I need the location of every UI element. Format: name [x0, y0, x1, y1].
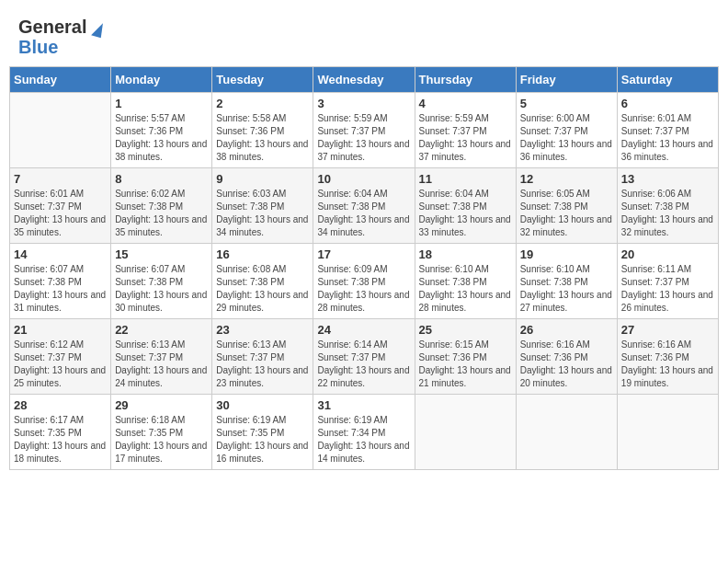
calendar-cell: 20Sunrise: 6:11 AMSunset: 7:37 PMDayligh…: [617, 244, 718, 319]
cell-info: Sunrise: 5:57 AMSunset: 7:36 PMDaylight:…: [115, 112, 208, 164]
weekday-header-thursday: Thursday: [415, 67, 516, 93]
logo-triangle-icon: [91, 21, 105, 38]
calendar-cell: 1Sunrise: 5:57 AMSunset: 7:36 PMDaylight…: [111, 93, 212, 168]
day-number: 12: [520, 172, 613, 186]
cell-info: Sunrise: 6:00 AMSunset: 7:37 PMDaylight:…: [520, 112, 613, 164]
cell-info: Sunrise: 6:13 AMSunset: 7:37 PMDaylight:…: [115, 339, 208, 390]
day-number: 30: [216, 398, 309, 412]
day-number: 31: [317, 398, 410, 412]
calendar-cell: 15Sunrise: 6:07 AMSunset: 7:38 PMDayligh…: [111, 244, 212, 319]
calendar-cell: 2Sunrise: 5:58 AMSunset: 7:36 PMDaylight…: [212, 93, 313, 168]
calendar-cell: 3Sunrise: 5:59 AMSunset: 7:37 PMDaylight…: [313, 93, 415, 168]
calendar-cell: 19Sunrise: 6:10 AMSunset: 7:38 PMDayligh…: [516, 244, 617, 319]
calendar-cell: 12Sunrise: 6:05 AMSunset: 7:38 PMDayligh…: [516, 168, 617, 244]
day-number: 13: [621, 172, 714, 186]
calendar-cell: 26Sunrise: 6:16 AMSunset: 7:36 PMDayligh…: [516, 319, 617, 395]
calendar-cell: 6Sunrise: 6:01 AMSunset: 7:37 PMDaylight…: [617, 93, 718, 168]
day-number: 14: [14, 247, 107, 261]
day-number: 11: [419, 172, 512, 186]
calendar-cell: [516, 395, 617, 470]
cell-info: Sunrise: 6:04 AMSunset: 7:38 PMDaylight:…: [317, 188, 410, 239]
calendar-cell: 31Sunrise: 6:19 AMSunset: 7:34 PMDayligh…: [313, 395, 415, 470]
calendar-cell: 29Sunrise: 6:18 AMSunset: 7:35 PMDayligh…: [111, 395, 212, 470]
weekday-header-tuesday: Tuesday: [212, 67, 313, 93]
day-number: 25: [419, 323, 512, 337]
day-number: 8: [115, 172, 208, 186]
day-number: 9: [216, 172, 309, 186]
cell-info: Sunrise: 6:01 AMSunset: 7:37 PMDaylight:…: [621, 112, 714, 164]
cell-info: Sunrise: 6:10 AMSunset: 7:38 PMDaylight:…: [419, 263, 512, 315]
cell-info: Sunrise: 6:16 AMSunset: 7:36 PMDaylight:…: [621, 339, 714, 390]
day-number: 18: [419, 247, 512, 261]
cell-info: Sunrise: 6:13 AMSunset: 7:37 PMDaylight:…: [216, 339, 309, 390]
calendar-cell: 24Sunrise: 6:14 AMSunset: 7:37 PMDayligh…: [313, 319, 415, 395]
calendar-cell: 22Sunrise: 6:13 AMSunset: 7:37 PMDayligh…: [111, 319, 212, 395]
calendar-cell: 10Sunrise: 6:04 AMSunset: 7:38 PMDayligh…: [313, 168, 415, 244]
day-number: 1: [115, 97, 208, 110]
day-number: 7: [14, 172, 107, 186]
cell-info: Sunrise: 6:08 AMSunset: 7:38 PMDaylight:…: [216, 263, 309, 315]
logo-blue: Blue: [18, 37, 58, 57]
day-number: 20: [621, 247, 714, 261]
weekday-header-friday: Friday: [516, 67, 617, 93]
calendar-cell: 21Sunrise: 6:12 AMSunset: 7:37 PMDayligh…: [10, 319, 111, 395]
calendar-cell: [617, 395, 718, 470]
day-number: 6: [621, 97, 714, 110]
day-number: 4: [419, 97, 512, 110]
day-number: 26: [520, 323, 613, 337]
calendar-cell: 7Sunrise: 6:01 AMSunset: 7:37 PMDaylight…: [10, 168, 111, 244]
weekday-header-monday: Monday: [111, 67, 212, 93]
cell-info: Sunrise: 6:10 AMSunset: 7:38 PMDaylight:…: [520, 263, 613, 315]
calendar-cell: [10, 93, 111, 168]
day-number: 21: [14, 323, 107, 337]
day-number: 15: [115, 247, 208, 261]
cell-info: Sunrise: 6:19 AMSunset: 7:35 PMDaylight:…: [216, 414, 309, 465]
cell-info: Sunrise: 6:04 AMSunset: 7:38 PMDaylight:…: [419, 188, 512, 239]
cell-info: Sunrise: 5:59 AMSunset: 7:37 PMDaylight:…: [419, 112, 512, 164]
day-number: 2: [216, 97, 309, 110]
logo-general: General: [18, 17, 86, 37]
day-number: 17: [317, 247, 410, 261]
calendar-cell: 27Sunrise: 6:16 AMSunset: 7:36 PMDayligh…: [617, 319, 718, 395]
calendar-cell: 18Sunrise: 6:10 AMSunset: 7:38 PMDayligh…: [415, 244, 516, 319]
cell-info: Sunrise: 6:01 AMSunset: 7:37 PMDaylight:…: [14, 188, 107, 239]
weekday-header-saturday: Saturday: [617, 67, 718, 93]
cell-info: Sunrise: 6:19 AMSunset: 7:34 PMDaylight:…: [317, 414, 410, 465]
calendar-cell: 16Sunrise: 6:08 AMSunset: 7:38 PMDayligh…: [212, 244, 313, 319]
cell-info: Sunrise: 5:59 AMSunset: 7:37 PMDaylight:…: [317, 112, 410, 164]
weekday-header-sunday: Sunday: [10, 67, 111, 93]
cell-info: Sunrise: 6:03 AMSunset: 7:38 PMDaylight:…: [216, 188, 309, 239]
cell-info: Sunrise: 6:05 AMSunset: 7:38 PMDaylight:…: [520, 188, 613, 239]
calendar-cell: 8Sunrise: 6:02 AMSunset: 7:38 PMDaylight…: [111, 168, 212, 244]
weekday-header-wednesday: Wednesday: [313, 67, 415, 93]
day-number: 5: [520, 97, 613, 110]
cell-info: Sunrise: 6:06 AMSunset: 7:38 PMDaylight:…: [621, 188, 714, 239]
calendar-table: SundayMondayTuesdayWednesdayThursdayFrid…: [9, 66, 719, 470]
calendar-cell: 23Sunrise: 6:13 AMSunset: 7:37 PMDayligh…: [212, 319, 313, 395]
cell-info: Sunrise: 6:17 AMSunset: 7:35 PMDaylight:…: [14, 414, 107, 465]
calendar-cell: 25Sunrise: 6:15 AMSunset: 7:36 PMDayligh…: [415, 319, 516, 395]
day-number: 22: [115, 323, 208, 337]
cell-info: Sunrise: 6:07 AMSunset: 7:38 PMDaylight:…: [14, 263, 107, 315]
calendar-cell: 28Sunrise: 6:17 AMSunset: 7:35 PMDayligh…: [10, 395, 111, 470]
day-number: 27: [621, 323, 714, 337]
day-number: 28: [14, 398, 107, 412]
day-number: 24: [317, 323, 410, 337]
cell-info: Sunrise: 6:11 AMSunset: 7:37 PMDaylight:…: [621, 263, 714, 315]
page-header: General Blue: [9, 9, 719, 61]
calendar-cell: 17Sunrise: 6:09 AMSunset: 7:38 PMDayligh…: [313, 244, 415, 319]
day-number: 10: [317, 172, 410, 186]
calendar-cell: [415, 395, 516, 470]
day-number: 29: [115, 398, 208, 412]
cell-info: Sunrise: 6:12 AMSunset: 7:37 PMDaylight:…: [14, 339, 107, 390]
logo: General Blue: [18, 17, 103, 57]
calendar-cell: 13Sunrise: 6:06 AMSunset: 7:38 PMDayligh…: [617, 168, 718, 244]
calendar-cell: 5Sunrise: 6:00 AMSunset: 7:37 PMDaylight…: [516, 93, 617, 168]
cell-info: Sunrise: 6:14 AMSunset: 7:37 PMDaylight:…: [317, 339, 410, 390]
calendar-cell: 30Sunrise: 6:19 AMSunset: 7:35 PMDayligh…: [212, 395, 313, 470]
calendar-cell: 9Sunrise: 6:03 AMSunset: 7:38 PMDaylight…: [212, 168, 313, 244]
cell-info: Sunrise: 6:07 AMSunset: 7:38 PMDaylight:…: [115, 263, 208, 315]
cell-info: Sunrise: 6:18 AMSunset: 7:35 PMDaylight:…: [115, 414, 208, 465]
calendar-cell: 11Sunrise: 6:04 AMSunset: 7:38 PMDayligh…: [415, 168, 516, 244]
cell-info: Sunrise: 6:02 AMSunset: 7:38 PMDaylight:…: [115, 188, 208, 239]
